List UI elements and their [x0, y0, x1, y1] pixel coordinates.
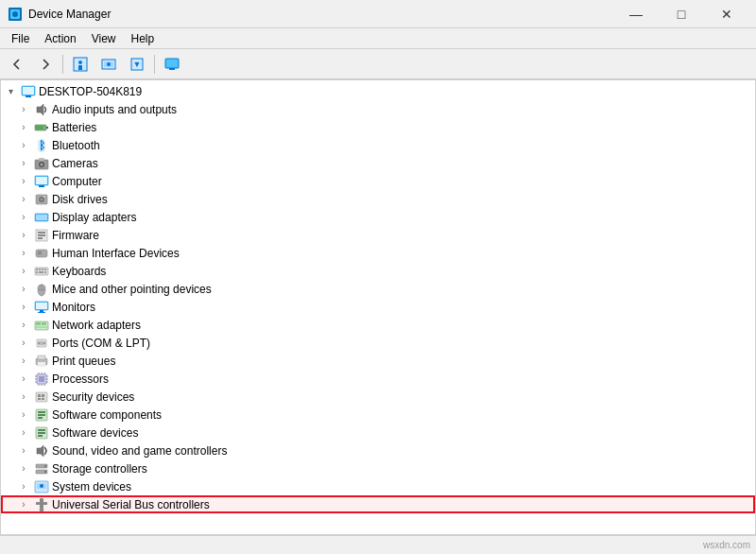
- list-item[interactable]: › Sound, video and game controllers: [1, 441, 755, 459]
- update-driver-button[interactable]: ▼: [124, 52, 150, 77]
- svg-rect-45: [42, 268, 43, 270]
- item-label: Network adapters: [52, 319, 751, 332]
- menu-help[interactable]: Help: [124, 30, 163, 47]
- list-item[interactable]: › Audio inputs and outputs: [1, 100, 755, 118]
- item-label: Cameras: [52, 157, 751, 170]
- window-title: Device Manager: [28, 8, 614, 21]
- list-item[interactable]: › Cameras: [1, 154, 755, 172]
- list-item[interactable]: › Storage controllers: [1, 459, 755, 477]
- svg-point-31: [41, 199, 43, 200]
- svg-rect-34: [36, 215, 47, 220]
- back-button[interactable]: [4, 52, 30, 77]
- software-devices-icon: [34, 425, 49, 441]
- svg-rect-88: [38, 411, 45, 413]
- svg-rect-59: [42, 322, 46, 325]
- list-item[interactable]: › Batteries: [1, 118, 755, 136]
- item-label: Software devices: [52, 426, 751, 440]
- toolbar: ▼: [0, 49, 756, 79]
- svg-rect-92: [38, 429, 45, 431]
- toolbar-separator-1: [62, 55, 63, 74]
- list-item[interactable]: › Software components: [1, 406, 755, 424]
- expander-icon: ›: [16, 264, 31, 279]
- list-item[interactable]: › Disk drives: [1, 190, 755, 208]
- svg-rect-56: [38, 312, 45, 313]
- svg-rect-90: [38, 417, 43, 419]
- keyboard-icon: [34, 264, 49, 279]
- svg-rect-19: [36, 126, 43, 130]
- expander-icon: ›: [16, 156, 31, 171]
- svg-rect-69: [39, 376, 44, 382]
- svg-point-99: [44, 471, 46, 473]
- list-item[interactable]: › Monitors: [1, 298, 755, 316]
- svg-rect-27: [36, 177, 47, 184]
- list-item[interactable]: › Network adapters: [1, 316, 755, 334]
- svg-rect-83: [38, 394, 41, 397]
- list-item[interactable]: › Security devices: [1, 388, 755, 406]
- maximize-button[interactable]: □: [660, 0, 703, 28]
- list-item[interactable]: › Print queues: [1, 352, 755, 370]
- item-label: Monitors: [52, 301, 751, 314]
- list-item[interactable]: › Firmware: [1, 226, 755, 244]
- disk-icon: [34, 192, 49, 207]
- expander-icon: ›: [16, 390, 31, 405]
- expander-icon: ›: [16, 372, 31, 387]
- forward-button[interactable]: [32, 52, 59, 77]
- svg-point-98: [44, 465, 46, 467]
- expander-icon: ›: [16, 336, 31, 351]
- svg-marker-16: [37, 104, 43, 115]
- expander-icon: ›: [16, 407, 31, 423]
- svg-rect-25: [39, 158, 44, 161]
- display-adapter-icon: [34, 210, 49, 225]
- security-icon: [34, 390, 49, 405]
- expander-icon: ›: [16, 300, 31, 315]
- svg-rect-60: [36, 326, 47, 328]
- svg-rect-47: [36, 271, 38, 273]
- device-tree[interactable]: ▾ DESKTOP-504K819 › Audio inputs and out…: [0, 79, 756, 535]
- svg-rect-15: [23, 87, 34, 95]
- properties-button[interactable]: [67, 52, 94, 77]
- svg-rect-41: [38, 253, 42, 254]
- svg-rect-89: [38, 414, 45, 416]
- svg-point-24: [41, 163, 43, 165]
- usb-controllers-item[interactable]: › Universal Serial Bus controllers: [1, 495, 755, 513]
- display-button[interactable]: [159, 52, 185, 77]
- item-label: Human Interface Devices: [52, 247, 751, 260]
- expander-icon: ›: [16, 120, 31, 135]
- list-item[interactable]: › System devices: [1, 477, 755, 495]
- minimize-button[interactable]: —: [614, 0, 658, 28]
- item-label: Display adapters: [52, 211, 751, 224]
- svg-rect-58: [36, 322, 41, 325]
- tree-root[interactable]: ▾ DESKTOP-504K819: [1, 82, 755, 100]
- svg-rect-55: [40, 310, 43, 312]
- svg-point-2: [12, 11, 18, 17]
- usb-icon: [34, 497, 49, 512]
- svg-rect-32: [43, 196, 45, 198]
- list-item[interactable]: › Software devices: [1, 424, 755, 441]
- svg-rect-105: [43, 502, 47, 505]
- list-item[interactable]: › ᛒ Bluetooth: [1, 136, 755, 154]
- monitor-icon: [34, 300, 49, 315]
- item-label: Firmware: [52, 229, 751, 242]
- expander-icon: ›: [16, 192, 31, 207]
- list-item[interactable]: › Computer: [1, 172, 755, 190]
- list-item[interactable]: › Keyboards: [1, 262, 755, 280]
- software-components-icon: [34, 407, 49, 423]
- list-item[interactable]: › Human Interface Devices: [1, 244, 755, 262]
- menu-action[interactable]: Action: [37, 30, 83, 47]
- battery-icon: [34, 120, 49, 135]
- svg-rect-93: [38, 432, 45, 434]
- list-item[interactable]: › Processors: [1, 370, 755, 388]
- list-item[interactable]: › Ports (COM & LPT): [1, 334, 755, 352]
- svg-point-63: [38, 342, 40, 344]
- scan-hardware-button[interactable]: [95, 52, 122, 77]
- list-item[interactable]: › Mice and other pointing devices: [1, 280, 755, 298]
- window-controls: — □ ✕: [614, 0, 748, 28]
- item-label: Processors: [52, 372, 751, 386]
- menu-view[interactable]: View: [84, 30, 124, 47]
- svg-rect-5: [78, 65, 82, 70]
- menu-file[interactable]: File: [4, 30, 37, 47]
- list-item[interactable]: › Display adapters: [1, 208, 755, 226]
- audio-icon: [34, 102, 49, 117]
- close-button[interactable]: ✕: [705, 0, 748, 28]
- item-label: Keyboards: [52, 265, 751, 278]
